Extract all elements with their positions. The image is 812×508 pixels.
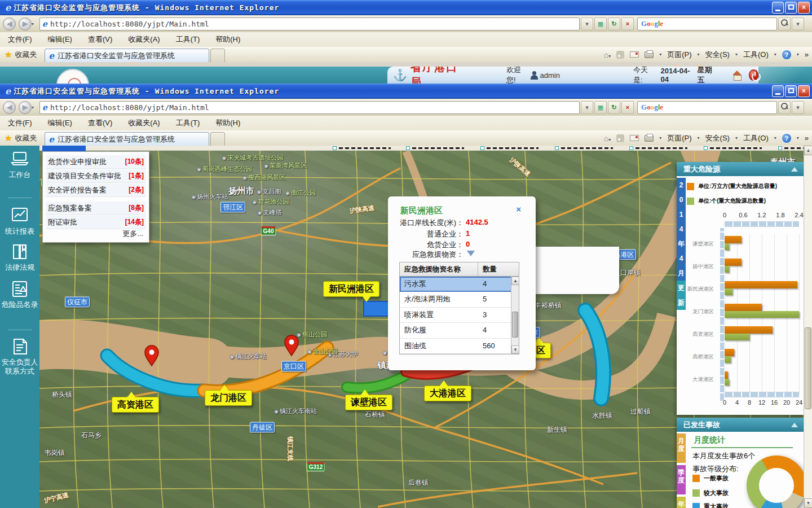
port-callout[interactable]: 新民洲港区 (323, 281, 379, 297)
stop-button[interactable]: × (621, 17, 634, 30)
table-row[interactable]: 围油缆560 (400, 339, 519, 354)
menu-item-4[interactable]: 工具(T) (168, 116, 208, 130)
menu-item-0[interactable]: 文件(F) (0, 116, 40, 130)
table-row[interactable]: 防化服4 (400, 323, 519, 338)
print-icon[interactable] (645, 51, 654, 58)
active-nav-tab-remnant[interactable] (42, 146, 86, 151)
quick-menu-item[interactable]: 建设项目安全条件审批[1条] (46, 169, 146, 183)
table-row[interactable]: 喷淋装置3 (400, 308, 519, 323)
back-button[interactable]: ◀ (3, 17, 16, 30)
favorites-star-icon[interactable]: ★ (5, 133, 12, 143)
browser-tab[interactable]: e 江苏省港口安全监管与应急管理系统 (45, 132, 209, 146)
bar-count[interactable] (725, 356, 731, 363)
logout-power-icon[interactable] (749, 69, 758, 81)
bar-capacity[interactable] (725, 304, 762, 311)
sidebar-item-4[interactable]: 安全负责人联系方式 (0, 338, 39, 376)
address-input[interactable]: e http://localhost:8080/yjpt/Main.html (39, 17, 580, 30)
sidebar-item-1[interactable]: 统计报表 (0, 207, 39, 236)
menu-item-0[interactable]: 文件(F) (0, 32, 40, 47)
panel-header[interactable]: 重大危险源 (677, 162, 804, 176)
search-button[interactable] (778, 17, 791, 30)
favorites-star-icon[interactable]: ★ (5, 50, 12, 60)
stop-button[interactable]: × (621, 101, 634, 114)
page-menu[interactable]: 页面(P) (667, 50, 691, 60)
compatibility-view-button[interactable]: ▦ (594, 101, 607, 114)
quick-menu-more-link[interactable]: 更多... (122, 229, 143, 239)
help-icon[interactable]: ? (782, 134, 791, 143)
quick-menu-item[interactable]: 附证审批[14条] (46, 216, 146, 229)
bar-count[interactable] (725, 311, 799, 318)
address-dropdown-button[interactable]: ▾ (581, 101, 593, 114)
collapse-arrow-icon[interactable] (791, 167, 798, 172)
search-dropdown-button[interactable]: ▾ (792, 17, 804, 30)
print-icon[interactable] (645, 135, 654, 142)
table-scrollbar[interactable]: ▲ ▼ (511, 277, 519, 354)
bar-count[interactable] (725, 243, 729, 250)
bar-count[interactable] (725, 266, 729, 273)
panel-header[interactable]: 已发生事故 (677, 418, 804, 432)
clipped-checkbox-item[interactable] (629, 146, 687, 150)
table-row[interactable]: 污水泵4 (400, 277, 519, 292)
bar-count[interactable] (725, 379, 729, 386)
menu-item-2[interactable]: 查看(V) (80, 116, 120, 130)
column-header-name[interactable]: 应急救援物资名称 (400, 262, 478, 276)
collapse-arrow-icon[interactable] (791, 423, 798, 427)
refresh-button[interactable]: ↻ (608, 17, 620, 30)
safety-menu[interactable]: 安全(S) (705, 133, 730, 143)
clipped-checkbox-item[interactable] (480, 146, 539, 150)
scroll-down-icon[interactable]: ▼ (804, 498, 812, 508)
new-tab-button[interactable] (210, 132, 225, 146)
period-tab-2[interactable]: 年度 (677, 497, 686, 508)
titlebar[interactable]: e 江苏省港口安全监管与应急管理系统 - Windows Internet Ex… (0, 84, 812, 99)
close-button[interactable]: × (798, 85, 810, 97)
home-button-icon[interactable] (732, 71, 740, 80)
search-input[interactable]: Google (637, 17, 777, 30)
overflow-chevron-icon[interactable]: » (805, 134, 809, 142)
page-menu[interactable]: 页面(P) (667, 133, 691, 143)
menu-item-3[interactable]: 收藏夹(A) (120, 32, 167, 47)
sidebar-item-2[interactable]: 法律法规 (0, 243, 39, 272)
sidebar-item-3[interactable]: 危险品名录 (0, 280, 39, 309)
rss-feed-icon[interactable] (616, 51, 624, 59)
search-dropdown-button[interactable]: ▾ (792, 101, 804, 114)
search-button[interactable] (778, 101, 791, 114)
port-callout[interactable]: 大港港区 (424, 386, 471, 401)
favorites-label[interactable]: 收藏夹 (15, 50, 37, 60)
home-icon[interactable]: ⌂▾ (604, 50, 611, 59)
overflow-chevron-icon[interactable]: » (805, 50, 809, 59)
print-dropdown-icon[interactable]: ▾ (659, 135, 661, 141)
bar-capacity[interactable] (725, 259, 742, 266)
quick-menu-item[interactable]: 安全评价报告备案[2条] (46, 183, 146, 197)
collapse-triangle-icon[interactable] (467, 251, 475, 256)
popup-close-icon[interactable]: × (516, 204, 521, 214)
tools-menu[interactable]: 工具(O) (743, 50, 769, 60)
period-tab-1[interactable]: 季度 (677, 465, 686, 494)
read-mail-icon[interactable] (630, 51, 639, 58)
minimize-button[interactable] (772, 2, 784, 14)
forward-button[interactable]: ▶ (19, 101, 32, 114)
scrollbar-thumb[interactable] (805, 327, 811, 409)
home-icon[interactable]: ⌂▾ (604, 134, 611, 143)
minimize-button[interactable] (772, 85, 784, 97)
port-callout[interactable]: 龙门港区 (205, 390, 252, 406)
read-mail-icon[interactable] (630, 135, 639, 141)
menu-item-1[interactable]: 编辑(E) (40, 116, 80, 130)
menu-item-5[interactable]: 帮助(H) (208, 116, 248, 130)
port-callout[interactable]: 谏壁港区 (345, 395, 392, 410)
scroll-up-icon[interactable]: ▲ (511, 277, 519, 285)
address-input[interactable]: e http://localhost:8080/yjpt/Main.html (39, 101, 580, 114)
clipped-checkbox-item[interactable] (406, 146, 464, 150)
browser-tab[interactable]: e 江苏省港口安全监管与应急管理系统 (45, 49, 209, 62)
port-callout[interactable]: 高资港区 (112, 397, 159, 413)
close-button[interactable]: × (798, 2, 810, 14)
clipped-checkbox-item[interactable] (704, 146, 762, 150)
bar-capacity[interactable] (725, 236, 742, 243)
compatibility-view-button[interactable]: ▦ (594, 17, 607, 30)
forward-button[interactable]: ▶ (19, 17, 32, 30)
scroll-up-icon[interactable]: ▲ (804, 146, 812, 155)
favorites-label[interactable]: 收藏夹 (15, 133, 37, 143)
bar-capacity[interactable] (725, 349, 734, 356)
help-icon[interactable]: ? (782, 50, 791, 59)
maximize-button[interactable] (785, 2, 797, 14)
quick-menu-item[interactable]: 危货作业申报审批[10条] (46, 155, 146, 169)
